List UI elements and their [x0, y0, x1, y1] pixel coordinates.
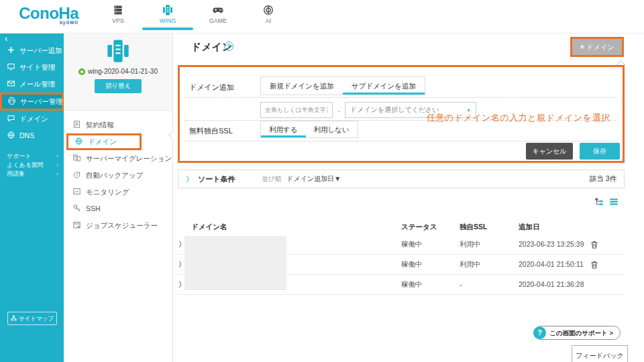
topnav-label-ai: AI — [250, 17, 286, 24]
wing-server-icon — [150, 4, 186, 16]
sidebar-collapse-icon[interactable]: ‹ — [5, 34, 7, 44]
server-info-block: wing-2020-04-01-21-30 切り替え — [64, 34, 172, 111]
order-label: 並び順 — [262, 175, 282, 184]
topnav-item-ai[interactable]: AI — [250, 4, 286, 24]
topnav-label-wing: WING — [150, 17, 186, 24]
ssl-toggle: 利用する 利用しない — [260, 121, 358, 138]
menu-item-ssh[interactable]: SSH — [64, 200, 172, 217]
cell-added: 2023-06-23 13:25:39 — [519, 240, 584, 248]
ssl-option-no-use[interactable]: 利用しない — [306, 121, 358, 137]
cell-ssl: - — [460, 280, 462, 288]
form-label-domain-add: ドメイン追加 — [189, 82, 234, 93]
menu-item-monitoring[interactable]: モニタリング — [64, 184, 172, 200]
menu-item-domain[interactable]: ドメイン — [66, 133, 142, 150]
column-header-status: ステータス — [401, 223, 437, 232]
chevron-right-icon: › — [56, 152, 58, 161]
view-toggles — [594, 197, 619, 206]
menu-item-label: モニタリング — [86, 188, 129, 196]
menu-item-contract-info[interactable]: 契約情報 — [64, 117, 172, 133]
menu-item-server-migration[interactable]: サーバーマイグレーション — [64, 150, 172, 167]
sitemap-button[interactable]: サイトマップ — [7, 312, 57, 325]
column-header-ssl: 独自SSL — [460, 223, 487, 232]
menu-item-label: 契約情報 — [86, 121, 114, 129]
main-sidebar: ‹ サーバー追加 サイト管理 メール管理 サーバー管理 ドメイン DNS サ — [0, 34, 64, 362]
domain-add-tabs: 新規ドメインを追加 サブドメインを追加 — [260, 76, 425, 95]
divider — [185, 97, 617, 98]
topnav-item-wing[interactable]: WING — [150, 4, 186, 24]
menu-item-job-scheduler[interactable]: ジョブスケジューラー — [64, 217, 172, 234]
sidebar-item-label: サイト管理 — [19, 63, 55, 71]
tab-new-domain[interactable]: 新規ドメインを追加 — [261, 77, 343, 95]
cell-status: 稼働中 — [401, 280, 423, 290]
document-icon — [72, 120, 81, 129]
redacted-domain-names — [184, 236, 286, 290]
sidebar-link-support[interactable]: サポート› — [0, 152, 64, 161]
sidebar-link-faq[interactable]: よくある質問› — [0, 161, 64, 170]
expand-chevron-icon[interactable]: 〉 — [186, 174, 193, 184]
column-header-domain: ドメイン名 — [191, 223, 227, 232]
sidebar-item-domain[interactable]: ドメイン — [0, 111, 64, 127]
sidebar-item-server-management[interactable]: サーバー管理 — [0, 93, 64, 111]
subdomain-name-input[interactable] — [260, 102, 333, 118]
list-view-icon[interactable] — [609, 197, 619, 206]
topbar: ConoHa byGMO VPS WING GAME — [0, 0, 644, 34]
ai-brain-icon — [250, 4, 286, 16]
globe-icon — [7, 131, 15, 139]
plus-icon: + — [580, 42, 585, 52]
match-count: 該当 3件 — [590, 174, 616, 184]
add-domain-highlight-box: +ドメイン — [570, 37, 624, 57]
sidebar-item-dns[interactable]: DNS — [0, 127, 64, 144]
orange-annotation-text: 任意のドメイン名の入力と親ドメインを選択 — [427, 112, 610, 124]
add-domain-form: ドメイン追加 新規ドメインを追加 サブドメインを追加 . ドメインを選択してくだ… — [178, 65, 625, 163]
sidebar-link-label: よくある質問 — [7, 162, 44, 168]
ssl-option-use[interactable]: 利用する — [261, 121, 306, 137]
delete-trash-icon[interactable] — [590, 240, 599, 249]
chart-monitor-icon — [72, 187, 81, 196]
order-value[interactable]: ドメイン追加日▼ — [286, 174, 341, 184]
sort-conditions-label[interactable]: ソート条件 — [198, 174, 235, 184]
sidebar-item-add-server[interactable]: サーバー追加 — [0, 42, 64, 59]
dot-separator: . — [338, 105, 340, 113]
globe-icon — [74, 137, 83, 145]
server-panel: wing-2020-04-01-21-30 切り替え 契約情報 ドメイン サーバ… — [64, 34, 173, 362]
add-domain-button[interactable]: +ドメイン — [572, 39, 622, 55]
column-header-added: 追加日 — [519, 223, 540, 232]
delete-trash-icon[interactable] — [590, 260, 599, 269]
key-icon — [72, 204, 81, 213]
sidebar-link-label: 用語集 — [7, 170, 25, 177]
help-icon[interactable]: ? — [224, 42, 233, 51]
active-tab-underline — [142, 27, 193, 30]
clock-backup-icon — [72, 170, 81, 179]
screen-support-button[interactable]: ? この画面のサポート > — [534, 326, 621, 340]
sidebar-item-label: メール管理 — [19, 80, 55, 88]
sidebar-item-site-management[interactable]: サイト管理 — [0, 59, 64, 76]
menu-item-auto-backup[interactable]: 自動バックアップ — [64, 167, 172, 184]
menu-item-label: サーバーマイグレーション — [86, 154, 172, 162]
sidebar-item-label: DNS — [19, 131, 34, 139]
status-online-dot — [78, 68, 85, 75]
menu-item-label: 自動バックアップ — [86, 171, 143, 179]
cell-ssl: 利用中 — [460, 240, 481, 249]
sidebar-link-glossary[interactable]: 用語集› — [0, 170, 64, 178]
sidebar-item-mail-management[interactable]: メール管理 — [0, 76, 64, 93]
cancel-button[interactable]: キャンセル — [526, 143, 573, 160]
feedback-button[interactable]: フィードバック — [572, 345, 628, 362]
menu-item-label: SSH — [86, 204, 101, 213]
calendar-gear-icon — [72, 221, 81, 229]
sort-conditions-bar: 〉 ソート条件 並び順 ドメイン追加日▼ 該当 3件 — [178, 170, 625, 188]
tab-subdomain[interactable]: サブドメインを追加 — [343, 77, 425, 95]
server-migration-icon — [72, 154, 81, 162]
cell-added: 2020-04-01 21:50:11 — [519, 260, 584, 268]
topnav-item-game[interactable]: GAME — [200, 4, 236, 24]
sidebar-item-label: ドメイン — [19, 115, 48, 123]
topnav-item-vps[interactable]: VPS — [100, 4, 136, 24]
switch-server-button[interactable]: 切り替え — [95, 79, 142, 93]
conoha-logo[interactable]: ConoHa byGMO — [19, 5, 78, 25]
sidebar-link-label: サポート — [7, 153, 32, 160]
tree-view-icon[interactable] — [594, 197, 604, 206]
chat-bubble-icon — [7, 114, 15, 123]
menu-item-label: ジョブスケジューラー — [86, 221, 158, 229]
sidebar-item-label: サーバー管理 — [20, 97, 63, 105]
save-button[interactable]: 保存 — [580, 143, 620, 160]
form-label-free-ssl: 無料独自SSL — [189, 126, 233, 136]
